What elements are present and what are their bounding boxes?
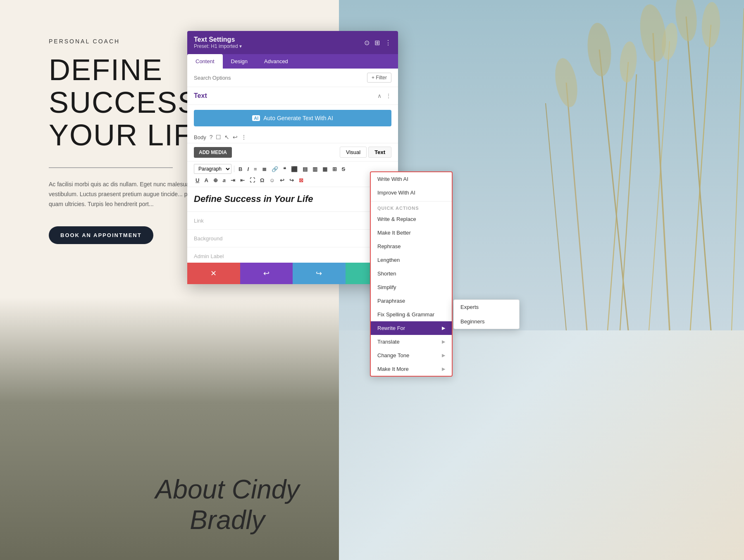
cursor-icon[interactable]: ↖ xyxy=(224,134,229,140)
translate-chevron: ▶ xyxy=(442,339,445,344)
body-toolbar: Body ? ☐ ↖ ↩ ⋮ xyxy=(187,131,398,143)
fix-spelling-item[interactable]: Fix Spelling & Grammar xyxy=(371,308,452,321)
tab-design[interactable]: Design xyxy=(223,54,256,69)
bold-button[interactable]: B xyxy=(237,165,244,173)
panel-tabs: Content Design Advanced xyxy=(187,54,398,69)
ai-generate-button[interactable]: AI Auto Generate Text With AI xyxy=(194,110,391,126)
write-with-ai-item[interactable]: Write With AI xyxy=(371,172,452,186)
background-field: Background xyxy=(187,230,398,247)
ai-badge: AI xyxy=(252,115,260,121)
make-more-label: Make It More xyxy=(377,366,409,372)
lengthen-label: Lengthen xyxy=(377,257,400,263)
admin-label-label: Admin Label xyxy=(194,253,224,259)
paraphrase-label: Paraphrase xyxy=(377,298,405,304)
rephrase-item[interactable]: Rephrase xyxy=(371,240,452,253)
separator-1 xyxy=(371,201,452,202)
paragraph-select[interactable]: Paragraph Heading 1 Heading 2 xyxy=(194,164,231,174)
improve-with-ai-item[interactable]: Improve With AI xyxy=(371,186,452,199)
panel-title: Text Settings xyxy=(194,36,242,43)
visual-button[interactable]: Visual xyxy=(340,147,367,158)
search-bar: + Filter xyxy=(187,69,398,87)
underline-button[interactable]: U xyxy=(194,176,201,184)
make-better-item[interactable]: Make It Better xyxy=(371,226,452,240)
paste-button[interactable]: ⊕ xyxy=(212,176,219,184)
panel-subtitle: Preset: H1 imported ▾ xyxy=(194,43,242,49)
outdent-btn[interactable]: ⇤ xyxy=(238,176,246,184)
paraphrase-item[interactable]: Paraphrase xyxy=(371,294,452,308)
text-button[interactable]: Text xyxy=(368,147,391,158)
undo-button[interactable]: ↩ xyxy=(278,176,286,184)
rich-text-toolbar: Paragraph Heading 1 Heading 2 B I ≡ ≣ 🔗 … xyxy=(187,161,398,187)
write-replace-label: Write & Replace xyxy=(377,216,416,222)
background-label: Background xyxy=(194,235,222,242)
tab-content[interactable]: Content xyxy=(187,54,223,69)
personal-coach-label: PERSONAL COACH xyxy=(49,38,120,45)
beginners-item[interactable]: Beginners xyxy=(454,314,519,329)
body-label: Body xyxy=(194,134,206,140)
write-replace-item[interactable]: Write & Replace xyxy=(371,212,452,226)
quick-actions-label: Quick Actions xyxy=(371,203,452,212)
panel-header: Text Settings Preset: H1 imported ▾ ⊙ ⊞ … xyxy=(187,31,398,54)
align-right-button[interactable]: ▥ xyxy=(311,165,319,173)
align-center-button[interactable]: ▤ xyxy=(301,165,309,173)
experts-item[interactable]: Experts xyxy=(454,300,519,314)
italic2-button[interactable]: a xyxy=(221,176,227,184)
ai-text-button[interactable]: ⊠ xyxy=(297,176,305,184)
redo-action-button[interactable]: ↪ xyxy=(293,263,346,284)
add-media-button[interactable]: ADD MEDIA xyxy=(194,147,232,158)
rephrase-label: Rephrase xyxy=(377,243,401,249)
table-button[interactable]: ⊞ xyxy=(331,165,339,173)
rewrite-for-item[interactable]: Rewrite For ▶ xyxy=(371,321,452,335)
special-chars-button[interactable]: Ω xyxy=(258,176,266,184)
collapse-icon[interactable]: ∧ xyxy=(377,93,382,99)
panel-header-icons: ⊙ ⊞ ⋮ xyxy=(364,39,391,47)
more-icon[interactable]: ⋮ xyxy=(385,39,391,47)
font-color-button[interactable]: A xyxy=(203,176,210,184)
translate-item[interactable]: Translate ▶ xyxy=(371,335,452,349)
change-tone-item[interactable]: Change Tone ▶ xyxy=(371,349,452,362)
shorten-item[interactable]: Shorten xyxy=(371,267,452,280)
ordered-list-button[interactable]: ≣ xyxy=(260,165,268,173)
redo-button[interactable]: ↪ xyxy=(288,176,296,184)
strikethrough-button[interactable]: S xyxy=(340,165,347,173)
book-appointment-button[interactable]: BOOK AN APPOINTMENT xyxy=(49,226,153,244)
text-settings-panel: Text Settings Preset: H1 imported ▾ ⊙ ⊞ … xyxy=(187,31,398,284)
experts-label: Experts xyxy=(460,304,479,310)
lengthen-item[interactable]: Lengthen xyxy=(371,253,452,267)
simplify-item[interactable]: Simplify xyxy=(371,280,452,294)
italic-button[interactable]: I xyxy=(246,165,250,173)
focus-icon[interactable]: ⊙ xyxy=(364,39,370,47)
cancel-button[interactable]: ✕ xyxy=(187,263,240,284)
editor-content[interactable]: AI Define Success in Your Life xyxy=(187,187,398,212)
grid-icon[interactable]: ⊞ xyxy=(374,39,380,47)
align-left-button[interactable]: ⬛ xyxy=(289,165,299,173)
section-more-icon[interactable]: ⋮ xyxy=(386,93,391,99)
fullscreen-button[interactable]: ⛶ xyxy=(248,176,257,184)
undo-action-button[interactable]: ↩ xyxy=(240,263,293,284)
help-circle-icon[interactable]: ? xyxy=(210,134,213,140)
editor-toolbar-row: ADD MEDIA Visual Text xyxy=(187,143,398,161)
visual-text-toggle: Visual Text xyxy=(340,147,391,158)
link-button[interactable]: 🔗 xyxy=(270,165,280,173)
make-more-chevron: ▶ xyxy=(442,366,445,372)
emoji-button[interactable]: ☺ xyxy=(267,176,276,184)
text-section-header: Text ∧ ⋮ xyxy=(187,87,398,105)
ai-generate-label: Auto Generate Text With AI xyxy=(263,115,333,121)
section-icons: ∧ ⋮ xyxy=(377,93,391,99)
justify-button[interactable]: ▦ xyxy=(321,165,329,173)
blockquote-button[interactable]: ❝ xyxy=(281,165,288,173)
make-more-item[interactable]: Make It More ▶ xyxy=(371,362,452,376)
tab-advanced[interactable]: Advanced xyxy=(256,54,296,69)
undo-small-icon[interactable]: ↩ xyxy=(233,134,238,140)
fix-spelling-label: Fix Spelling & Grammar xyxy=(377,311,434,318)
editor-heading[interactable]: Define Success in Your Life xyxy=(194,194,391,204)
unordered-list-button[interactable]: ≡ xyxy=(252,165,259,173)
simplify-label: Simplify xyxy=(377,284,396,290)
search-input[interactable] xyxy=(194,75,367,81)
write-with-ai-label: Write With AI xyxy=(377,176,408,182)
improve-with-ai-label: Improve With AI xyxy=(377,190,415,196)
copy-icon[interactable]: ☐ xyxy=(216,134,221,140)
more-toolbar-icon[interactable]: ⋮ xyxy=(241,134,247,140)
filter-button[interactable]: + Filter xyxy=(367,73,391,83)
indent-btn[interactable]: ⇥ xyxy=(229,176,237,184)
